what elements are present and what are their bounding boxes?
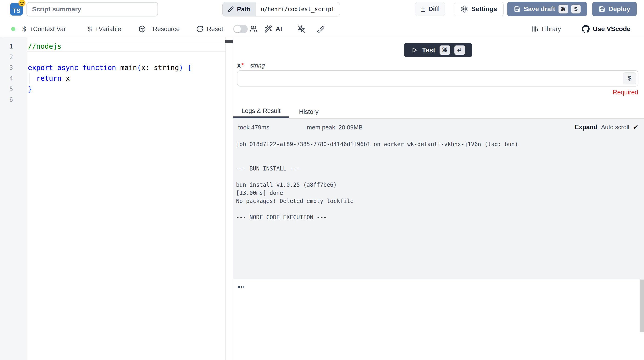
code-editor[interactable]: 1 //nodejs 2 3 export async function mai… — [0, 37, 233, 360]
add-context-var-label: +Context Var — [30, 25, 66, 33]
play-icon — [411, 47, 418, 53]
windmill-script-editor: TS 😊 Path u/henri/coolest_script ± Diff … — [0, 0, 644, 360]
argument-label-row: x * string — [237, 61, 265, 69]
script-summary-input[interactable] — [26, 2, 158, 16]
reset-button[interactable]: Reset — [196, 21, 223, 37]
required-asterisk: * — [242, 61, 244, 69]
diff-button-label: Diff — [428, 5, 439, 13]
format-code-button[interactable] — [317, 21, 325, 37]
github-icon — [582, 25, 590, 33]
code-line[interactable]: 5 } — [0, 84, 225, 94]
result-scrollbar-thumb[interactable] — [640, 280, 644, 332]
library-label: Library — [542, 25, 561, 33]
auto-scroll-checkbox[interactable]: ✔ — [633, 123, 638, 131]
argument-type: string — [250, 62, 265, 69]
auto-scroll-label[interactable]: Auto scroll — [601, 124, 629, 131]
pencil-icon — [228, 6, 234, 12]
code-text: } — [28, 84, 32, 94]
settings-button[interactable]: Settings — [454, 2, 504, 16]
code-line[interactable]: 1 //nodejs — [0, 41, 225, 52]
add-variable-label: +Variable — [95, 25, 121, 33]
line-number: 5 — [0, 84, 13, 94]
cmd-key-chip: ⌘ — [558, 5, 568, 13]
code-line[interactable]: 3 export async function main(x: string) … — [0, 62, 225, 73]
log-output: job 018d7f22-af89-7385-7780-d4146d1f96b1… — [236, 140, 639, 221]
refresh-icon — [196, 25, 204, 33]
code-text: //nodejs — [28, 41, 62, 52]
add-variable-button[interactable]: $ +Variable — [88, 21, 121, 37]
disable-autorun-button[interactable] — [297, 21, 305, 37]
dollar-icon: $ — [22, 25, 26, 33]
code-line[interactable]: 6 — [0, 94, 225, 105]
path-value[interactable]: u/henri/coolest_script — [256, 2, 340, 16]
use-vscode-label: Use VScode — [593, 25, 630, 33]
code-text: export async function main(x: string) { — [28, 62, 192, 73]
library-button[interactable]: Library — [532, 21, 561, 37]
save-icon — [514, 6, 520, 12]
deploy-button[interactable]: Deploy — [592, 2, 637, 16]
add-context-var-button[interactable]: $ +Context Var — [22, 21, 66, 37]
memory-stat: mem peak: 20.09MB — [307, 124, 363, 131]
ai-assistant-button[interactable]: AI — [264, 21, 282, 37]
s-key-chip: S — [571, 5, 580, 13]
library-icon — [532, 25, 538, 32]
argument-name: x — [237, 61, 241, 69]
tab-logs-result[interactable]: Logs & Result — [233, 106, 289, 118]
code-text: return x — [28, 73, 70, 84]
zap-off-icon — [297, 25, 305, 33]
language-badge-label: TS — [12, 7, 20, 14]
line-number: 2 — [0, 52, 13, 62]
result-value: "" — [237, 285, 244, 292]
code-line[interactable]: 4 return x — [0, 73, 225, 84]
use-vscode-button[interactable]: Use VScode — [582, 21, 630, 37]
result-tabs: Logs & Result History — [233, 106, 644, 119]
editor-scrollbar-track[interactable] — [225, 37, 233, 360]
logo-badge-emoji: 😊 — [18, 0, 26, 7]
settings-button-label: Settings — [472, 5, 497, 13]
duration-stat: took 479ms — [238, 124, 269, 131]
code-line[interactable]: 2 — [0, 52, 225, 62]
save-icon — [599, 6, 605, 12]
diff-button[interactable]: ± Diff — [415, 2, 445, 16]
add-resource-label: +Resource — [149, 25, 180, 33]
expand-button[interactable]: Expand — [575, 124, 598, 131]
typescript-language-badge: TS 😊 — [10, 3, 23, 15]
cmd-key-chip: ⌘ — [440, 45, 450, 55]
tab-history[interactable]: History — [289, 106, 328, 118]
reset-label: Reset — [207, 25, 223, 33]
line-number: 6 — [0, 94, 13, 105]
ai-label: AI — [276, 25, 282, 33]
save-draft-button[interactable]: Save draft ⌘ S — [507, 2, 587, 16]
run-panel: Test ⌘ ↵ x * string $ Required Logs & Re… — [233, 37, 644, 360]
log-actions: Expand Auto scroll ✔ — [575, 123, 638, 131]
editor-scrollbar-thumb[interactable] — [225, 40, 233, 43]
argument-input-wrapper: $ — [237, 70, 638, 87]
users-icon — [250, 25, 258, 33]
line-number: 1 — [0, 41, 13, 52]
toggle-knob — [234, 25, 241, 32]
magic-wand-icon — [264, 25, 272, 33]
package-icon — [138, 25, 146, 33]
code-lines: 1 //nodejs 2 3 export async function mai… — [0, 41, 225, 105]
status-dot — [11, 27, 15, 31]
line-number: 3 — [0, 62, 13, 73]
add-resource-button[interactable]: +Resource — [138, 21, 180, 37]
test-button[interactable]: Test ⌘ ↵ — [404, 43, 472, 57]
path-editor[interactable]: Path u/henri/coolest_script — [222, 2, 340, 16]
argument-x-input[interactable] — [237, 70, 638, 87]
dollar-icon: $ — [628, 75, 632, 82]
path-label-segment[interactable]: Path — [222, 2, 256, 16]
gear-icon — [461, 5, 468, 13]
plus-minus-icon: ± — [421, 5, 425, 13]
result-panel: "" — [233, 279, 644, 360]
save-draft-label: Save draft — [524, 5, 555, 13]
paintbrush-icon — [317, 25, 325, 33]
enter-key-chip: ↵ — [454, 45, 465, 55]
diff-mode-toggle[interactable] — [233, 25, 248, 33]
multiplayer-button[interactable] — [250, 21, 258, 37]
top-bar: TS 😊 Path u/henri/coolest_script ± Diff … — [0, 0, 644, 21]
required-message: Required — [613, 89, 638, 96]
line-number: 4 — [0, 73, 13, 84]
insert-variable-button[interactable]: $ — [623, 72, 636, 84]
deploy-label: Deploy — [608, 5, 630, 13]
